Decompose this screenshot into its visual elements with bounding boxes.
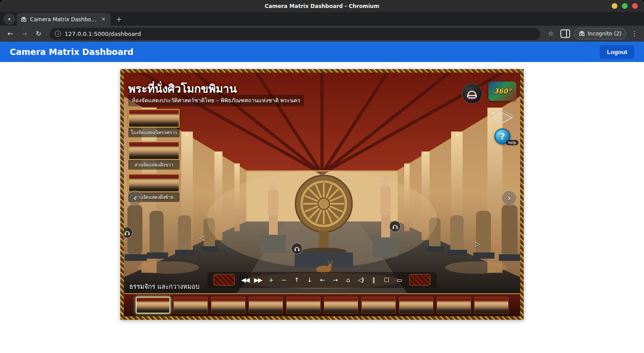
zoom-out-icon[interactable]: −: [278, 275, 289, 285]
menu-thumbnail: [128, 174, 180, 192]
close-window-button[interactable]: [632, 3, 638, 9]
site-info-icon[interactable]: i: [55, 31, 61, 37]
forward-icon[interactable]: →: [19, 28, 30, 39]
incognito-icon: [579, 31, 585, 36]
help-question-mark: ?: [500, 131, 505, 142]
pan-up-icon[interactable]: ↑: [291, 275, 302, 285]
tab-close-icon[interactable]: ✕: [100, 16, 107, 23]
menu-item-label: โถงจัดแสดงนิทรรศการ: [128, 128, 180, 137]
app-header: Camera Matrix Dashboard Logout: [0, 42, 644, 62]
zoom-in-icon[interactable]: +: [265, 275, 276, 285]
next-scene-icon[interactable]: ▶▶: [253, 275, 263, 285]
scene-thumbnail[interactable]: [286, 297, 321, 314]
app-title: Camera Matrix Dashboard: [10, 47, 134, 57]
browser-window: Camera Matrix Dashboard - Chromium ▾ Cam…: [0, 0, 644, 353]
reload-icon[interactable]: ↻: [33, 28, 44, 39]
pan-down-icon[interactable]: ↓: [304, 275, 314, 285]
scene-thumbnail[interactable]: [399, 297, 433, 314]
audio-hotspot[interactable]: [291, 243, 303, 254]
scene-subtitle: ห้องจัดแสดงประวัติศาสตร์ชาติไทย – พิพิธภ…: [128, 95, 304, 106]
scene-caption: ธรรมจักร และกวางหมอบ: [129, 281, 199, 291]
scene-thumbnail[interactable]: [249, 297, 283, 314]
rotate-left-arrow[interactable]: ‹: [127, 190, 142, 206]
floor-nav-arrow-right[interactable]: ▷: [475, 240, 480, 248]
menu-item-label: ส่วนจัดแสดงฝั่งขวา: [128, 160, 180, 170]
scene-thumbnail[interactable]: [474, 297, 509, 314]
tab-title: Camera Matrix Dashboard: [30, 16, 97, 23]
rotate-right-arrow[interactable]: ›: [502, 190, 517, 206]
menu-item-exhibition-hall[interactable]: โถงจัดแสดงนิทรรศการ: [128, 109, 180, 137]
audio-guide-button[interactable]: [462, 83, 482, 104]
incognito-icon: [20, 17, 27, 22]
viewer-control-bar: ◀◀ ▶▶ + − ↑ ↓ ← → ⌂ ◁) ∥ ☐ ▭: [207, 272, 437, 288]
tab-camera-matrix-dashboard[interactable]: Camera Matrix Dashboard ✕: [17, 13, 111, 26]
pan-left-icon[interactable]: ←: [317, 275, 327, 285]
bookmark-star-icon[interactable]: ☆: [545, 28, 557, 39]
scene-thumbnail[interactable]: [136, 297, 170, 314]
incognito-badge: Incognito (2): [574, 28, 627, 39]
home-view-icon[interactable]: ⌂: [342, 275, 353, 285]
window-titlebar: Camera Matrix Dashboard - Chromium: [0, 0, 644, 12]
scene-thumbnail[interactable]: [437, 297, 471, 314]
browser-menu-icon[interactable]: ⋮: [629, 30, 640, 38]
minimize-button[interactable]: [612, 3, 617, 9]
tab-strip: ▾ Camera Matrix Dashboard ✕ +: [0, 12, 644, 26]
side-panel-icon[interactable]: [560, 28, 571, 39]
logout-button[interactable]: Logout: [600, 45, 634, 59]
page-content: Camera Matrix Dashboard Logout: [0, 42, 644, 353]
panorama-viewport[interactable]: พระที่นั่งศิวโมกขพิมาน ห้องจัดแสดงประวัต…: [124, 73, 520, 293]
menu-item-right-wing[interactable]: ส่วนจัดแสดงฝั่งขวา: [128, 141, 180, 170]
360-logo-label: 360°: [494, 87, 511, 95]
incognito-count-label: Incognito (2): [588, 31, 622, 37]
thai-flag-icon: [468, 94, 475, 99]
audio-hotspot[interactable]: [389, 221, 401, 232]
virtual-tour-viewer: พระที่นั่งศิวโมกขพิมาน ห้องจัดแสดงประวัต…: [120, 69, 524, 320]
volume-icon[interactable]: ◁): [355, 275, 366, 285]
scene-thumbnail[interactable]: [324, 297, 358, 314]
previous-scene-icon[interactable]: ◀◀: [240, 275, 250, 285]
back-icon[interactable]: ←: [4, 28, 16, 39]
url-text: 127.0.0.1:5000/dashboard: [65, 31, 141, 37]
360-logo: 360°: [488, 81, 517, 101]
help-label: help: [506, 140, 518, 145]
address-bar[interactable]: i 127.0.0.1:5000/dashboard: [50, 28, 540, 40]
scene-thumbnail[interactable]: [173, 297, 208, 314]
window-controls: [612, 3, 638, 9]
menu-thumbnail: [128, 141, 180, 160]
floor-nav-arrow-left[interactable]: ◁: [199, 234, 204, 242]
fullscreen-icon[interactable]: ☐: [381, 275, 391, 285]
tab-search-icon[interactable]: ▾: [4, 13, 15, 25]
maximize-button[interactable]: [622, 3, 628, 9]
scene-thumbnail-strip: [124, 293, 520, 316]
scene-thumbnail[interactable]: [361, 297, 396, 314]
hide-controls-icon[interactable]: ▭: [394, 275, 404, 285]
scene-menu: โถงจัดแสดงนิทรรศการ ส่วนจัดแสดงฝั่งขวา ส…: [128, 109, 180, 202]
window-title: Camera Matrix Dashboard - Chromium: [264, 3, 379, 9]
scene-thumbnail[interactable]: [211, 297, 245, 314]
browser-toolbar: ← → ↻ i 127.0.0.1:5000/dashboard ☆ Incog…: [0, 26, 644, 42]
pan-right-icon[interactable]: →: [330, 275, 340, 285]
autorotate-icon[interactable]: ∥: [368, 275, 379, 285]
menu-thumbnail: [128, 109, 180, 128]
new-tab-button[interactable]: +: [113, 13, 125, 25]
floor-plan-icon[interactable]: [490, 106, 514, 124]
